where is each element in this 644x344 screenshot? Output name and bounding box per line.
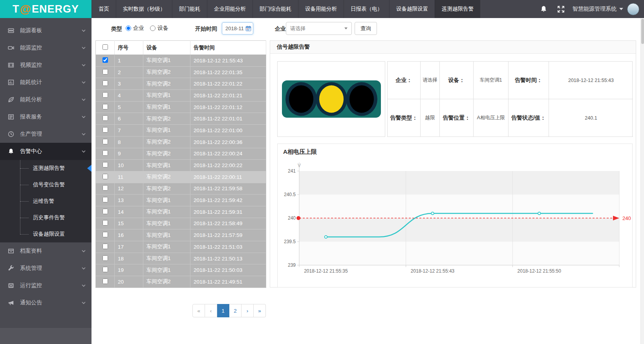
sidebar-item-archives[interactable]: 档案资料 — [0, 242, 91, 260]
row-checkbox[interactable] — [102, 92, 108, 98]
row-checkbox[interactable] — [102, 244, 108, 249]
page-button-»[interactable]: » — [254, 304, 266, 317]
sidebar-item-report-service[interactable]: 报表服务 — [0, 108, 91, 126]
row-checkbox[interactable] — [102, 115, 108, 121]
table-row[interactable]: 1车间空调12018-12-12 21:55:43 — [96, 55, 266, 67]
row-checkbox[interactable] — [102, 139, 108, 144]
table-row[interactable]: 8车间空调22018-11-22 22:00:36 — [96, 136, 266, 148]
table-row[interactable]: 3车间空调22018-11-22 22:01:22 — [96, 78, 266, 90]
megaphone-icon — [8, 300, 15, 306]
nav-item-dept-comprehensive-energy[interactable]: 部门综合能耗 — [252, 0, 298, 18]
nav-item-dept-energy[interactable]: 部门能耗 — [172, 0, 207, 18]
table-row[interactable]: 5车间空调12018-11-22 22:01:12 — [96, 101, 266, 113]
sidebar-item-energy-dashboard[interactable]: 能源看板 — [0, 22, 91, 39]
column-header: 序号 — [115, 41, 143, 55]
row-checkbox[interactable] — [102, 255, 108, 261]
cell-time: 2018-11-22 21:59:42 — [190, 195, 266, 206]
system-name-menu[interactable]: 智慧能源管理系统 — [573, 5, 623, 13]
sidebar-item-production-mgmt[interactable]: 生产管理 — [0, 126, 91, 143]
notification-bell-icon[interactable] — [535, 5, 552, 13]
page-button-‹[interactable]: ‹ — [205, 304, 217, 317]
row-checkbox[interactable] — [102, 69, 108, 75]
sidebar-subitem-history-event-alarm[interactable]: 历史事件告警 — [0, 209, 91, 226]
table-row[interactable]: 20车间空调22018-11-22 21:49:51 — [96, 276, 266, 288]
page-button-›[interactable]: › — [242, 304, 254, 317]
enterprise-select[interactable]: 请选择 — [286, 22, 352, 35]
table-row[interactable]: 11车间空调22018-11-22 22:00:11 — [96, 171, 266, 183]
nav-item-telemetry-over-limit-alarm[interactable]: 遥测越限告警 — [435, 0, 480, 18]
tree-dash — [20, 234, 29, 235]
row-checkbox[interactable] — [102, 162, 108, 167]
table-row[interactable]: 15车间空调12018-11-22 21:58:49 — [96, 218, 266, 229]
page-scrollbar[interactable] — [640, 18, 644, 344]
table-row[interactable]: 6车间空调22018-11-22 22:01:01 — [96, 113, 266, 125]
row-checkbox[interactable] — [102, 57, 108, 63]
sidebar-item-notice[interactable]: 通知公告 — [0, 294, 91, 311]
cell-time: 2018-11-22 22:01:01 — [190, 113, 266, 125]
sidebar-item-alarm-center[interactable]: 告警中心 — [0, 143, 91, 160]
table-row[interactable]: 10车间空调12018-11-22 22:00:22 — [96, 160, 266, 171]
nav-item-home[interactable]: 首页 — [91, 0, 116, 18]
nav-item-enterprise-energy-analysis[interactable]: 企业用能分析 — [207, 0, 252, 18]
select-all-checkbox[interactable] — [102, 44, 108, 50]
row-checkbox[interactable] — [102, 80, 108, 86]
row-checkbox[interactable] — [102, 232, 108, 237]
page-button-«[interactable]: « — [192, 304, 205, 317]
fullscreen-icon[interactable] — [552, 5, 569, 13]
sidebar-subitem-device-limit-setting[interactable]: 设备越限设置 — [0, 226, 91, 242]
table-row[interactable]: 4车间空调12018-11-22 22:01:21 — [96, 90, 266, 102]
table-row[interactable]: 18车间空调12018-11-22 21:50:13 — [96, 253, 266, 264]
calendar-icon[interactable] — [245, 25, 251, 31]
row-checkbox[interactable] — [102, 197, 108, 202]
row-checkbox[interactable] — [102, 127, 108, 133]
nav-item-realtime-data[interactable]: 实时数据（秒级） — [116, 0, 172, 18]
table-row[interactable]: 14车间空调12018-11-22 21:59:31 — [96, 206, 266, 218]
nav-item-device-energy-analysis[interactable]: 设备用能分析 — [298, 0, 344, 18]
table-row[interactable]: 16车间空调12018-11-22 21:57:59 — [96, 229, 266, 241]
sidebar-subitem-telemetry-over-limit-alarm[interactable]: 遥测越限告警 — [0, 160, 91, 177]
page-button-1[interactable]: 1 — [217, 304, 229, 317]
cell-time: 2018-11-22 22:01:21 — [190, 90, 266, 102]
radio-input[interactable] — [150, 25, 156, 31]
table-row[interactable]: 2车间空调22018-11-22 22:01:35 — [96, 66, 266, 78]
table-row[interactable]: 12车间空调22018-11-22 21:59:58 — [96, 183, 266, 195]
enterprise-select-value: 请选择 — [290, 25, 306, 32]
sidebar-item-system-mgmt[interactable]: 系统管理 — [0, 260, 91, 277]
table-row[interactable]: 17车间空调12018-11-22 21:51:03 — [96, 241, 266, 253]
row-checkbox[interactable] — [102, 209, 108, 214]
top-menu: 首页实时数据（秒级）部门能耗企业用能分析部门综合能耗设备用能分析日报表（电）设备… — [91, 0, 480, 18]
dashboard-icon — [8, 27, 15, 34]
row-checkbox[interactable] — [102, 185, 108, 191]
info-label: 企业： — [388, 62, 421, 99]
scrollbar-thumb[interactable] — [641, 19, 644, 44]
type-radio-2[interactable]: 设备 — [150, 25, 168, 32]
radio-input[interactable] — [126, 25, 131, 31]
video-camera-icon — [8, 45, 15, 51]
sidebar-subitem-ops-alarm[interactable]: 运维告警 — [0, 193, 91, 209]
nav-item-device-limit-setting[interactable]: 设备越限设置 — [389, 0, 435, 18]
sidebar-item-energy-analysis[interactable]: 能耗分析 — [0, 91, 91, 108]
avatar[interactable] — [627, 3, 639, 15]
row-checkbox[interactable] — [102, 174, 108, 179]
nav-item-daily-report-electric[interactable]: 日报表（电） — [344, 0, 389, 18]
table-row[interactable]: 19车间空调12018-11-22 21:50:03 — [96, 264, 266, 276]
sidebar-subitem-signal-change-alarm[interactable]: 信号变位告警 — [0, 177, 91, 193]
query-button[interactable]: 查询 — [355, 22, 377, 35]
type-radio-1[interactable]: 企业 — [126, 25, 144, 32]
table-row[interactable]: 9车间空调22018-11-22 22:00:24 — [96, 148, 266, 160]
row-checkbox[interactable] — [102, 278, 108, 284]
table-row[interactable]: 13车间空调12018-11-22 21:59:42 — [96, 195, 266, 206]
sidebar-item-energy-monitor[interactable]: 能源监控 — [0, 39, 91, 56]
row-checkbox[interactable] — [102, 150, 108, 156]
sidebar-item-video-monitor[interactable]: 视频监控 — [0, 56, 91, 74]
row-checkbox[interactable] — [102, 220, 108, 226]
sidebar-item-label: 报表服务 — [20, 113, 81, 120]
page-button-2[interactable]: 2 — [229, 304, 242, 317]
table-row[interactable]: 7车间空调12018-11-22 22:01:00 — [96, 125, 266, 137]
sidebar-item-runtime-monitor[interactable]: 运行监控 — [0, 277, 91, 294]
sidebar: 能源看板能源监控视频监控能耗统计能耗分析报表服务生产管理告警中心遥测越限告警信号… — [0, 18, 91, 344]
sidebar-item-energy-stats[interactable]: 能耗统计 — [0, 74, 91, 91]
row-checkbox[interactable] — [102, 104, 108, 109]
row-checkbox[interactable] — [102, 267, 108, 272]
cell-time: 2018-11-22 22:00:36 — [190, 136, 266, 148]
